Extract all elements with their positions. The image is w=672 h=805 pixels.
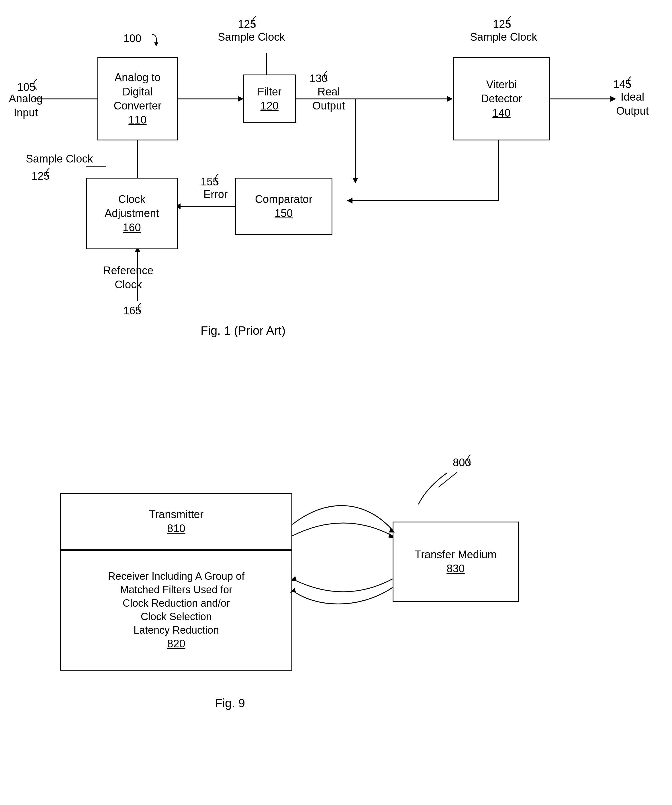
svg-marker-14 <box>347 198 352 204</box>
error-label: Error <box>204 187 228 202</box>
adc-box: Analog toDigitalConverter 110 <box>97 58 177 140</box>
filter-box: Filter 120 <box>243 74 296 123</box>
sample-clock-right: Sample Clock <box>470 30 537 44</box>
receiver-box: Receiver Including A Group ofMatched Fil… <box>60 550 292 670</box>
transfer-num: 830 <box>447 562 465 576</box>
comparator-label: Comparator <box>255 192 313 206</box>
clock-adj-label: ClockAdjustment <box>105 192 159 221</box>
viterbi-box: ViterbiDetector 140 <box>453 58 550 140</box>
svg-line-29 <box>439 472 457 487</box>
transmitter-box: Transmitter 810 <box>60 493 292 550</box>
svg-marker-7 <box>610 96 616 102</box>
sample-clock-left: Sample Clock <box>26 152 93 166</box>
transmitter-num: 810 <box>167 522 185 536</box>
viterbi-label: ViterbiDetector <box>481 78 522 106</box>
filter-label: Filter <box>257 85 281 99</box>
transmitter-label: Transmitter <box>149 508 204 522</box>
page: 100 Analog toDigitalConverter 110 Filter… <box>0 0 672 805</box>
comparator-num: 150 <box>274 206 292 220</box>
adc-label: Analog toDigitalConverter <box>114 71 162 113</box>
svg-marker-3 <box>238 96 243 102</box>
viterbi-num: 140 <box>492 106 510 120</box>
transfer-box: Transfer Medium 830 <box>393 522 519 602</box>
sample-clock-top: Sample Clock <box>218 30 285 44</box>
ref-clock-label: ReferenceClock <box>103 264 153 292</box>
filter-num: 120 <box>261 99 279 113</box>
clock-adj-num: 160 <box>123 221 141 235</box>
svg-marker-26 <box>154 43 158 46</box>
transfer-label: Transfer Medium <box>415 548 497 562</box>
comparator-box: Comparator 150 <box>235 178 332 235</box>
receiver-label: Receiver Including A Group ofMatched Fil… <box>108 570 245 637</box>
svg-marker-16 <box>352 178 358 183</box>
ideal-output-label: IdealOutput <box>616 90 649 118</box>
real-output-label: RealOutput <box>312 85 345 113</box>
fig1-caption: Fig. 1 (Prior Art) <box>200 324 286 338</box>
fig9-caption: Fig. 9 <box>215 697 245 710</box>
clock-adj-box: ClockAdjustment 160 <box>86 178 177 249</box>
receiver-num: 820 <box>167 637 185 651</box>
adc-num: 110 <box>128 113 146 127</box>
analog-input-label: AnalogInput <box>8 92 43 120</box>
svg-marker-5 <box>447 96 453 102</box>
